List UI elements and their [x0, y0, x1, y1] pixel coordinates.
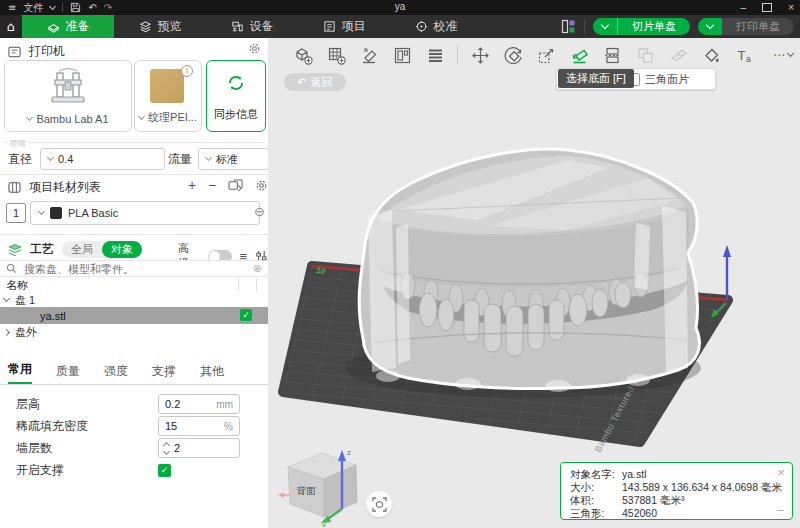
- tab-label: 设备: [250, 18, 274, 35]
- walls-spinner[interactable]: [158, 438, 240, 458]
- facets-label: 三角面片: [645, 72, 689, 87]
- add-filament-button[interactable]: +: [188, 177, 196, 193]
- search-clear-icon[interactable]: ⊗: [253, 262, 262, 275]
- filament-chevron-icon: [38, 208, 45, 215]
- back-label: 返回: [311, 75, 333, 90]
- tab-label: 项目: [342, 18, 366, 35]
- color-paint-icon[interactable]: [700, 44, 722, 66]
- add-model-icon[interactable]: [292, 44, 314, 66]
- info-size-label: 大小:: [570, 481, 622, 494]
- tab-preview[interactable]: 预览: [114, 15, 206, 38]
- param-tab-others[interactable]: 其他: [200, 363, 224, 384]
- walls-label: 墙层数: [16, 440, 52, 457]
- info-name-value: ya.stl: [622, 468, 647, 480]
- print-plate-button[interactable]: 打印单盘: [698, 18, 794, 35]
- scale-tool-icon[interactable]: [535, 44, 557, 66]
- infill-label: 稀疏填充密度: [16, 418, 88, 435]
- tree-plate-label: 盘 1: [15, 293, 35, 308]
- print-plate-label: 打印单盘: [722, 19, 794, 34]
- filament-slot-index[interactable]: 1: [6, 203, 26, 223]
- titlebar: ≡ 文件 ↶ ↷ ya – ×: [0, 0, 800, 15]
- flow-value: 标准: [216, 152, 238, 167]
- tree-item-plate[interactable]: 盘 1: [4, 293, 35, 307]
- object-visible-checkbox[interactable]: ✓: [240, 309, 252, 321]
- layer-height-field[interactable]: mm: [158, 394, 240, 414]
- home-tab[interactable]: ⌂: [0, 15, 22, 38]
- plate-expand-chevron-icon[interactable]: [3, 295, 10, 302]
- split-objects-icon[interactable]: [424, 44, 446, 66]
- scope-switch[interactable]: 全局 对象: [62, 241, 142, 258]
- cut-tool-icon[interactable]: [601, 44, 623, 66]
- tab-label: 校准: [434, 18, 458, 35]
- plate-settings-icon[interactable]: [561, 19, 576, 34]
- sync-info-button[interactable]: 同步信息: [206, 60, 266, 132]
- info-panel-minimize-icon[interactable]: –: [777, 504, 784, 517]
- scope-object[interactable]: 对象: [102, 241, 142, 258]
- param-row-support: 开启支撑 ✓: [0, 459, 268, 481]
- infill-field[interactable]: %: [158, 416, 240, 436]
- text-tool-icon[interactable]: Ta: [733, 44, 755, 66]
- tree-item-outside[interactable]: 盘外: [4, 325, 37, 339]
- sync-filament-list-icon[interactable]: [228, 179, 243, 192]
- param-tab-strength[interactable]: 强度: [104, 363, 128, 384]
- info-panel-close-icon[interactable]: ×: [777, 466, 785, 479]
- diameter-chevron-icon: [47, 154, 54, 161]
- layer-height-input[interactable]: [159, 397, 207, 411]
- bambu-studio-window: ≡ 文件 ↶ ↷ ya – × ⌂ 准备 预览 设备: [0, 0, 800, 528]
- printer-settings-gear-icon[interactable]: [248, 42, 261, 55]
- printer-card[interactable]: Bambu Lab A1: [4, 60, 132, 132]
- nav-cube-body[interactable]: 背面: [288, 453, 357, 517]
- zoom-to-fit-icon: [372, 497, 387, 512]
- rotate-tool-icon[interactable]: [502, 44, 524, 66]
- minimize-button[interactable]: –: [741, 2, 747, 13]
- slice-options-chevron-icon[interactable]: [593, 18, 618, 35]
- param-tab-quality[interactable]: 质量: [56, 363, 80, 384]
- print-options-chevron-icon[interactable]: [698, 18, 722, 35]
- tab-device[interactable]: 设备: [206, 15, 298, 38]
- tab-prepare[interactable]: 准备: [22, 15, 114, 38]
- filament-settings-gear-icon[interactable]: [255, 179, 268, 192]
- move-tool-icon[interactable]: [469, 44, 491, 66]
- param-tab-support[interactable]: 支撑: [152, 363, 176, 384]
- tab-project[interactable]: 项目: [298, 15, 390, 38]
- search-bar[interactable]: ⊗: [0, 260, 268, 277]
- param-row-infill: 稀疏填充密度 %: [0, 415, 268, 437]
- walls-input[interactable]: [169, 441, 206, 455]
- support-paint-icon[interactable]: [667, 44, 689, 66]
- scope-global[interactable]: 全局: [62, 242, 102, 257]
- model-ya-stl[interactable]: [359, 149, 699, 392]
- arrange-icon[interactable]: [391, 44, 413, 66]
- slice-plate-button[interactable]: 切片单盘: [593, 18, 690, 35]
- prepare-icon: [47, 20, 60, 33]
- more-tools-icon[interactable]: ⋯: [766, 44, 800, 66]
- param-row-walls: 墙层数: [0, 437, 268, 459]
- lay-on-face-tooltip: 选择底面 [F]: [558, 69, 634, 88]
- search-icon: [6, 263, 17, 274]
- back-button[interactable]: ↶ 返回: [284, 73, 346, 91]
- outside-expand-chevron-icon[interactable]: [3, 328, 10, 335]
- filament-select[interactable]: PLA Basic: [30, 201, 260, 225]
- auto-orient-icon[interactable]: [358, 44, 380, 66]
- mesh-boolean-icon[interactable]: [634, 44, 656, 66]
- info-triangles-value: 452060: [622, 507, 657, 519]
- filament-slot-remove-icon[interactable]: ⊖: [254, 204, 265, 219]
- enable-support-label: 开启支撑: [16, 462, 64, 479]
- infill-input[interactable]: [159, 419, 207, 433]
- maximize-button[interactable]: [762, 3, 772, 12]
- search-input[interactable]: [22, 262, 248, 276]
- zoom-to-fit-button[interactable]: [366, 491, 392, 517]
- plate-info-icon[interactable]: i: [181, 65, 193, 77]
- param-tab-common[interactable]: 常用: [8, 361, 32, 384]
- plate-select-chevron-icon[interactable]: [138, 112, 145, 119]
- enable-support-checkbox[interactable]: ✓: [158, 464, 171, 477]
- printer-select-chevron-icon[interactable]: [26, 114, 33, 121]
- tree-item-object-selected[interactable]: ya.stl ✓: [0, 307, 268, 324]
- lay-on-face-tool-icon[interactable]: [568, 44, 590, 66]
- diameter-select[interactable]: 0.4: [40, 148, 165, 170]
- flow-select[interactable]: 标准: [198, 148, 269, 170]
- plate-type-card[interactable]: i 纹理PEI...: [134, 60, 202, 132]
- add-plate-icon[interactable]: [325, 44, 347, 66]
- close-button[interactable]: ×: [788, 2, 794, 13]
- tab-calibrate[interactable]: 校准: [390, 15, 482, 38]
- remove-filament-button[interactable]: −: [208, 177, 216, 193]
